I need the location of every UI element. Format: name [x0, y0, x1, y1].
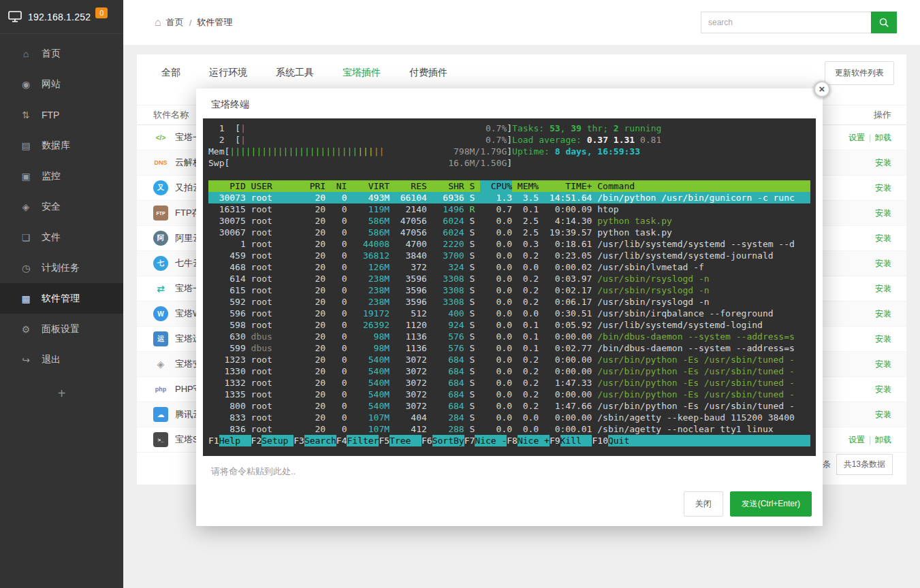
process-row[interactable]: 30073root200493M661046936S1.33.514:51.64… [208, 192, 810, 203]
install-link[interactable]: 安装 [875, 334, 891, 344]
process-row[interactable]: 1root2004400847002220S0.00.30:18.61/usr/… [208, 238, 810, 250]
process-row[interactable]: 598root200263921120924S0.00.10:05.92/usr… [208, 319, 810, 331]
install-link[interactable]: 安装 [875, 208, 891, 218]
process-row[interactable]: 836root200107M412288S0.00.00:00.01/sbin/… [208, 423, 810, 435]
process-row[interactable]: 833root200107M404284S0.00.00:00.00/sbin/… [208, 412, 810, 423]
fkey-label: Setup [261, 435, 294, 446]
process-row[interactable]: 1323root200540M3072684S0.00.20:00.00/usr… [208, 354, 810, 365]
column-cmd[interactable]: Command [597, 180, 810, 192]
process-row[interactable]: 16315root200119M21401496R0.70.10:00.09ht… [208, 203, 810, 215]
monitor-icon: ▣ [19, 171, 33, 182]
close-icon: × [819, 83, 825, 95]
fkey-f4[interactable]: F4 [336, 435, 347, 446]
sidebar-item-label: 监控 [42, 170, 61, 182]
fkey-f8[interactable]: F8 [507, 435, 518, 446]
column-pri[interactable]: PRI [304, 180, 326, 192]
sidebar-item-files[interactable]: ❏文件 [0, 222, 123, 252]
search-button[interactable] [871, 12, 897, 33]
fkey-f3[interactable]: F3 [294, 435, 304, 446]
fkey-label: Kill [560, 435, 592, 446]
breadcrumb-home[interactable]: 首页 [166, 16, 184, 29]
tab-4[interactable]: 宝塔插件 [343, 67, 381, 79]
process-row[interactable]: 800root200540M3072684S0.00.21:47.66/usr/… [208, 400, 810, 412]
tab-2[interactable]: 运行环境 [209, 67, 247, 79]
process-row[interactable]: 30075root200586M470566024S0.02.54:14.30p… [208, 215, 810, 227]
process-row[interactable]: 630dbus20098M1136576S0.00.10:00.00/bin/d… [208, 331, 810, 342]
sidebar-item-config[interactable]: ⚙面板设置 [0, 314, 123, 344]
install-link[interactable]: 安装 [875, 284, 891, 293]
modal-close-button[interactable]: × [814, 81, 830, 97]
terminal-screen[interactable]: 1 [|0.7%]Tasks: 53, 39 thr; 2 running 2 … [203, 118, 816, 456]
column-mem[interactable]: MEM% [512, 180, 539, 192]
fkey-f10[interactable]: F10 [592, 435, 607, 446]
column-res[interactable]: RES [390, 180, 427, 192]
install-link[interactable]: 安装 [875, 309, 891, 318]
tab-1[interactable]: 全部 [161, 67, 180, 79]
settings-link[interactable]: 设置 [848, 435, 865, 444]
sidebar-item-cron[interactable]: ◷计划任务 [0, 252, 123, 283]
logout-icon: ↪ [19, 355, 33, 365]
process-row[interactable]: 468root200126M372324S0.00.00:00.02/usr/s… [208, 261, 810, 273]
close-button[interactable]: 关闭 [684, 491, 723, 517]
process-row[interactable]: 1332root200540M3072684S0.00.21:47.33/usr… [208, 377, 810, 389]
fkey-label: Help [219, 435, 251, 446]
sidebar-item-label: 安全 [42, 201, 61, 213]
add-shortcut-button[interactable]: + [0, 386, 123, 402]
process-row[interactable]: 592root200238M35963308S0.00.20:06.17/usr… [208, 296, 810, 308]
column-software-name: 软件名称 [153, 109, 189, 121]
tab-3[interactable]: 系统工具 [276, 67, 314, 79]
search-input[interactable] [701, 12, 871, 33]
process-row[interactable]: 599dbus20098M1136576S0.00.10:02.77/bin/d… [208, 342, 810, 354]
sidebar-item-database[interactable]: ▤数据库 [0, 130, 123, 161]
process-row[interactable]: 615root200238M35963308S0.00.20:02.17/usr… [208, 284, 810, 296]
process-row[interactable]: 596root20019172512400S0.00.00:30.51/usr/… [208, 308, 810, 319]
column-s[interactable]: S [464, 180, 480, 192]
tab-5[interactable]: 付费插件 [409, 67, 447, 79]
migrate-icon: ⇄ [153, 281, 168, 296]
uninstall-link[interactable]: 卸载 [875, 133, 891, 142]
process-row[interactable]: 1335root200540M3072684S0.00.20:00.00/usr… [208, 389, 810, 400]
message-badge[interactable]: 0 [95, 7, 108, 18]
install-link[interactable]: 安装 [875, 410, 891, 419]
update-software-list-button[interactable]: 更新软件列表 [825, 61, 894, 85]
sidebar-item-soft[interactable]: ▦软件管理 [0, 283, 123, 314]
server-host[interactable]: 192.168.1.252 0 [0, 0, 123, 34]
column-user[interactable]: USER [251, 180, 304, 192]
install-link[interactable]: 安装 [875, 385, 891, 394]
send-button[interactable]: 发送(Ctrl+Enter) [730, 491, 812, 517]
column-time[interactable]: TIME+ [539, 180, 592, 192]
process-row[interactable]: 1330root200540M3072684S0.00.20:00.00/usr… [208, 365, 810, 377]
install-link[interactable]: 安装 [875, 233, 891, 243]
command-input[interactable] [196, 456, 823, 489]
sidebar-item-security[interactable]: ◈安全 [0, 191, 123, 222]
uninstall-link[interactable]: 卸载 [875, 435, 891, 444]
database-icon: ▤ [19, 140, 33, 151]
fkey-f2[interactable]: F2 [251, 435, 262, 446]
sidebar-item-ftp[interactable]: ⇅FTP [0, 99, 123, 130]
column-pid[interactable]: PID [208, 180, 246, 192]
fkey-f7[interactable]: F7 [464, 435, 475, 446]
install-link[interactable]: 安装 [875, 359, 891, 369]
sidebar-item-site[interactable]: ◉网站 [0, 69, 123, 99]
sidebar-item-monitor[interactable]: ▣监控 [0, 161, 123, 191]
install-link[interactable]: 安装 [875, 158, 891, 167]
blank-line [208, 169, 810, 180]
process-row[interactable]: 30067root200586M470566024S0.02.519:39.57… [208, 227, 810, 238]
install-link[interactable]: 安装 [875, 183, 891, 193]
fkey-f6[interactable]: F6 [422, 435, 432, 446]
column-virt[interactable]: VIRT [347, 180, 390, 192]
sidebar-item-home[interactable]: ⌂首页 [0, 38, 123, 69]
sidebar-item-logout[interactable]: ↪退出 [0, 344, 123, 375]
fkey-f5[interactable]: F5 [379, 435, 390, 446]
config-icon: ⚙ [19, 324, 33, 335]
column-cpu[interactable]: CPU% [480, 180, 512, 192]
process-row[interactable]: 614root200238M35963308S0.00.20:03.97/usr… [208, 273, 810, 284]
settings-link[interactable]: 设置 [848, 133, 865, 142]
column-shr[interactable]: SHR [427, 180, 464, 192]
column-ni[interactable]: NI [326, 180, 347, 192]
process-row[interactable]: 459root2003681238403700S0.00.20:23.05/us… [208, 250, 810, 261]
install-link[interactable]: 安装 [875, 259, 891, 268]
soft-icon: ▦ [19, 293, 33, 304]
fkey-f9[interactable]: F9 [550, 435, 560, 446]
fkey-f1[interactable]: F1 [208, 435, 219, 446]
